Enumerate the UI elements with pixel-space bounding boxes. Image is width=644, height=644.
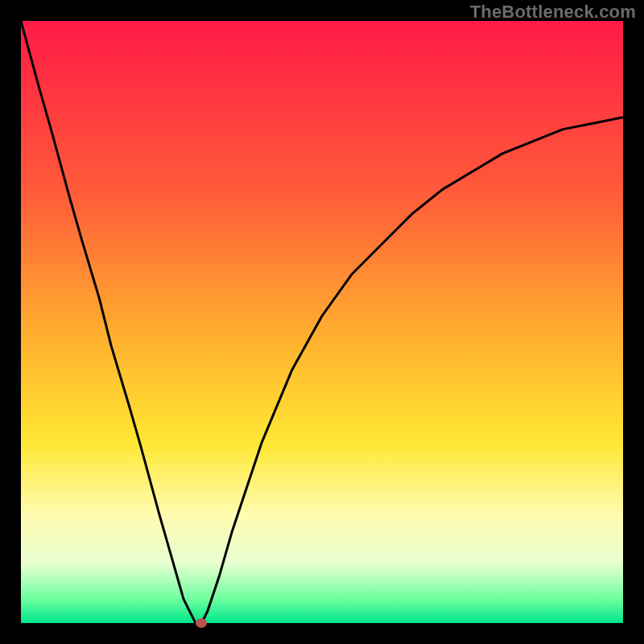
bottleneck-curve-path <box>21 21 623 623</box>
optimal-marker <box>196 618 207 628</box>
chart-frame: TheBottleneck.com <box>0 0 644 644</box>
watermark-text: TheBottleneck.com <box>470 2 636 23</box>
curve-svg <box>21 21 623 623</box>
